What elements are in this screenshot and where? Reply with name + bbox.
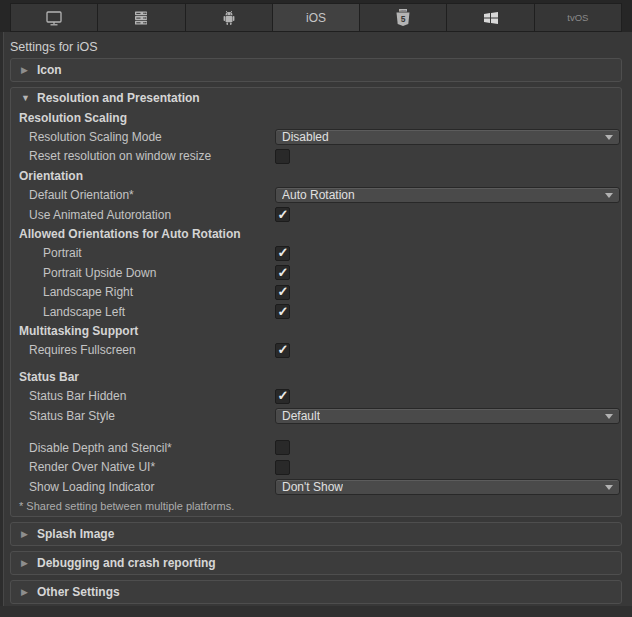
tab-ios[interactable]: iOS [272,3,360,32]
reset-resolution-checkbox[interactable] [275,149,290,164]
window-edge-left [0,32,4,617]
resolution-scaling-mode-label: Resolution Scaling Mode [29,130,162,144]
monitor-icon [44,8,64,28]
portrait-label: Portrait [43,246,82,260]
landscape-right-checkbox[interactable] [275,285,290,300]
portrait-upside-down-checkbox[interactable] [275,265,290,280]
spacer [11,360,621,367]
default-orientation-dropdown[interactable]: Auto Rotation [275,187,620,203]
window-edge-bottom [0,606,632,617]
section-splash-image: ▶ Splash Image [10,522,622,546]
portrait-checkbox[interactable] [275,246,290,261]
requires-fullscreen-checkbox[interactable] [275,343,290,358]
use-animated-autorotation-label: Use Animated Autorotation [29,208,171,222]
group-header-label: Multitasking Support [19,324,138,338]
use-animated-autorotation-checkbox[interactable] [275,207,290,222]
section-splash-image-header[interactable]: ▶ Splash Image [11,523,621,545]
landscape-right-label: Landscape Right [43,285,133,299]
tab-ios-label: iOS [306,11,326,25]
row-landscape-left: Landscape Left [11,302,621,321]
dropdown-arrow-icon [605,414,613,419]
group-header-allowed-orientations: Allowed Orientations for Auto Rotation [11,224,621,243]
default-orientation-label: Default Orientation* [29,188,134,202]
row-resolution-scaling-mode: Resolution Scaling Mode Disabled [11,127,621,146]
reset-resolution-label: Reset resolution on window resize [29,149,211,163]
tab-dedicated-server[interactable] [97,3,185,32]
section-debugging: ▶ Debugging and crash reporting [10,551,622,575]
section-resolution-header[interactable]: ▼ Resolution and Presentation [11,88,621,108]
section-icon-header[interactable]: ▶ Icon [11,59,621,81]
tab-android[interactable] [185,3,273,32]
section-debugging-header[interactable]: ▶ Debugging and crash reporting [11,552,621,574]
group-header-orientation: Orientation [11,166,621,185]
group-header-label: Resolution Scaling [19,111,127,125]
section-other-settings: ▶ Other Settings [10,580,622,604]
dropdown-value: Auto Rotation [282,188,355,202]
row-status-bar-style: Status Bar Style Default [11,406,621,425]
disable-depth-stencil-label: Disable Depth and Stencil* [29,441,172,455]
section-resolution: ▼ Resolution and Presentation Resolution… [10,87,622,517]
group-header-label: Status Bar [19,370,79,384]
section-splash-image-title: Splash Image [37,527,114,541]
svg-text:HTML: HTML [400,9,407,12]
group-header-resolution-scaling: Resolution Scaling [11,108,621,127]
render-over-native-ui-checkbox[interactable] [275,460,290,475]
server-icon [131,8,151,28]
section-resolution-title: Resolution and Presentation [37,91,200,105]
section-debugging-title: Debugging and crash reporting [37,556,216,570]
android-icon [219,8,239,28]
unity-player-settings-panel: { "colors": { "panel_background": "#3838… [0,0,632,617]
show-loading-indicator-dropdown[interactable]: Don't Show [275,479,620,495]
spacer [11,425,621,438]
dropdown-value: Default [282,409,320,423]
row-portrait: Portrait [11,244,621,263]
row-disable-depth-stencil: Disable Depth and Stencil* [11,438,621,457]
foldout-arrow-icon: ▶ [21,558,37,568]
tab-tvos[interactable]: tvOS [534,3,622,32]
section-icon: ▶ Icon [10,58,622,82]
show-loading-indicator-label: Show Loading Indicator [29,480,154,494]
tab-tvos-label: tvOS [567,12,588,23]
group-header-multitasking: Multitasking Support [11,321,621,340]
tab-standalone[interactable] [10,3,98,32]
foldout-arrow-icon: ▶ [21,587,37,597]
landscape-left-checkbox[interactable] [275,304,290,319]
tab-windows[interactable] [446,3,534,32]
section-other-settings-title: Other Settings [37,585,120,599]
row-status-bar-hidden: Status Bar Hidden [11,386,621,405]
group-header-label: Orientation [19,169,83,183]
status-bar-style-label: Status Bar Style [29,409,115,423]
tab-webgl[interactable]: HTML 5 [359,3,447,32]
status-bar-style-dropdown[interactable]: Default [275,408,620,424]
dropdown-arrow-icon [605,135,613,140]
shared-settings-footnote: * Shared setting between multiple platfo… [11,496,621,516]
status-bar-hidden-label: Status Bar Hidden [29,389,126,403]
row-default-orientation: Default Orientation* Auto Rotation [11,186,621,205]
dropdown-arrow-icon [605,193,613,198]
platform-tabbar: iOS HTML 5 tvOS [0,0,632,32]
dropdown-value: Disabled [282,130,329,144]
foldout-arrow-icon: ▶ [21,65,37,75]
dropdown-value: Don't Show [282,480,343,494]
svg-text:5: 5 [401,13,406,23]
render-over-native-ui-label: Render Over Native UI* [29,460,155,474]
html5-shield-icon: HTML 5 [394,8,412,28]
row-portrait-upside-down: Portrait Upside Down [11,263,621,282]
row-render-over-native-ui: Render Over Native UI* [11,458,621,477]
resolution-scaling-mode-dropdown[interactable]: Disabled [275,129,620,145]
disable-depth-stencil-checkbox[interactable] [275,440,290,455]
row-use-animated-autorotation: Use Animated Autorotation [11,205,621,224]
group-header-label: Allowed Orientations for Auto Rotation [19,227,241,241]
requires-fullscreen-label: Requires Fullscreen [29,343,136,357]
windows-icon [482,9,500,27]
foldout-arrow-icon: ▼ [21,93,37,103]
section-icon-title: Icon [37,63,62,77]
row-landscape-right: Landscape Right [11,283,621,302]
row-requires-fullscreen: Requires Fullscreen [11,341,621,360]
row-reset-resolution: Reset resolution on window resize [11,147,621,166]
dropdown-arrow-icon [605,485,613,490]
status-bar-hidden-checkbox[interactable] [275,389,290,404]
landscape-left-label: Landscape Left [43,305,125,319]
section-other-settings-header[interactable]: ▶ Other Settings [11,581,621,603]
page-title: Settings for iOS [0,32,632,58]
